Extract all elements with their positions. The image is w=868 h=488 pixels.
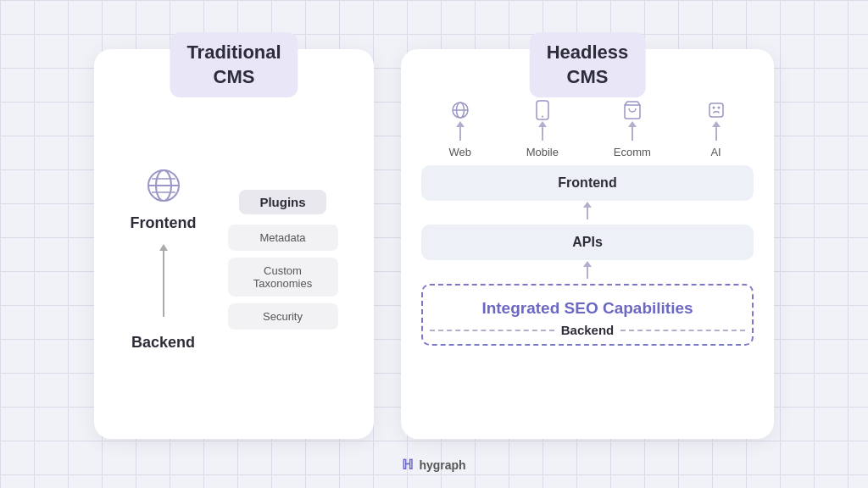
channel-mobile: Mobile [526,100,559,158]
seo-label: Integrated SEO Capabilities [430,299,745,318]
hygraph-icon: ℍ [402,457,414,473]
ecomm-arrow [632,125,633,141]
traditional-inner: Frontend Backend Plugins Metadata Custom… [114,100,353,419]
plugin-metadata: Metadata [228,225,338,251]
headless-backend-label: Backend [561,323,615,337]
mobile-arrow [542,125,543,141]
ai-label: AI [710,146,721,158]
web-arrow [459,125,461,141]
svg-rect-11 [709,103,723,117]
mobile-icon [534,100,551,120]
headless-cms-label: HeadlessCMS [530,32,646,97]
backend-row: Backend [430,323,745,337]
svg-point-12 [712,107,715,109]
seo-backend-box: Integrated SEO Capabilities Backend [421,284,754,346]
ai-icon [706,100,726,120]
dashed-line-left [430,330,554,331]
plugin-security: Security [228,303,338,330]
main-container: TraditionalCMS Frontend Backend Plugins [94,49,774,439]
ecomm-icon [622,100,643,120]
headless-frontend-layer: Frontend [421,165,754,201]
ecomm-label: Ecomm [614,146,651,158]
web-label: Web [448,146,471,158]
dashed-line-right [620,330,745,331]
channel-ecomm: Ecomm [614,100,651,158]
headless-apis-layer: APIs [421,225,754,260]
frontend-apis-arrow [587,206,588,219]
ai-arrow [715,125,717,141]
channel-web: Web [448,100,471,158]
svg-point-13 [717,107,720,109]
apis-seo-arrow [587,265,588,279]
channel-ai: AI [706,100,726,158]
plugins-box: Plugins Metadata CustomTaxonomies Securi… [228,190,338,330]
footer-logo: ℍ hygraph [402,457,465,473]
plugin-taxonomies: CustomTaxonomies [228,258,338,297]
plugins-header: Plugins [239,190,326,214]
traditional-cms-label: TraditionalCMS [170,32,298,97]
globe-icon [145,167,182,204]
svg-point-9 [542,116,543,118]
web-icon [450,100,470,120]
frontend-label: Frontend [131,214,197,232]
trad-left-column: Frontend Backend [131,167,197,352]
channels-row: Web Mobile Ec [421,100,754,158]
headless-inner: Web Mobile Ec [421,100,754,419]
traditional-cms-card: TraditionalCMS Frontend Backend Plugins [94,49,374,439]
headless-cms-card: HeadlessCMS Web [401,49,774,439]
up-arrow [163,249,164,317]
backend-label: Backend [131,334,195,352]
hygraph-logo-text: hygraph [419,458,465,472]
mobile-label: Mobile [526,146,559,158]
